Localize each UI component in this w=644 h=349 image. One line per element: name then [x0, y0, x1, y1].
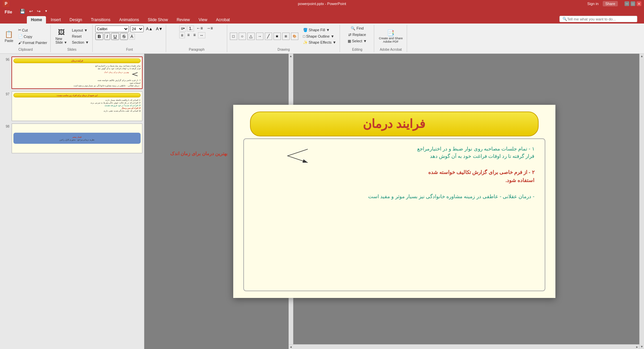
shape-effects-btn[interactable]: ✨ Shape Effects ▼: [302, 40, 338, 45]
slide-97-line2: ۲) افرادی که در یک حالت خوش حالی مفرط به…: [13, 101, 141, 104]
bullet-3: - درمان عقلانی - عاطفی در زمینه مشاوره خ…: [254, 193, 535, 200]
shape-rect[interactable]: □: [230, 33, 237, 40]
strikethrough-btn[interactable]: S: [120, 33, 128, 40]
paragraph-group: ≡• 1. ←≡ →≡ ≡ ≡ ≡ ↔ Paragraph: [167, 25, 227, 52]
canvas-area: ▲ ▼ فرایند درمان ۱ - تمام جلسات مصاحبه ر…: [144, 54, 644, 349]
align-left-btn[interactable]: ≡: [179, 32, 185, 38]
font-size-select[interactable]: 24: [130, 26, 144, 32]
slide-97-line4: ۴) افراد کم سن و سال: [13, 107, 141, 109]
file-tab[interactable]: File: [0, 7, 17, 16]
slides-label: Slides: [67, 47, 76, 51]
slides-group: 🖼 NewSlide ▼ Layout ▼ Reset Section ▼ Sl…: [51, 25, 93, 52]
clipboard-group: 📋 Paste ✂ Cut 📄 Copy 🖌 Format Painter: [1, 25, 51, 52]
font-family-select[interactable]: Calibri: [95, 26, 129, 32]
layout-btn[interactable]: Layout ▼: [70, 28, 90, 33]
drawing-label: Drawing: [278, 47, 290, 51]
font-size-decrease[interactable]: A▼: [155, 26, 164, 32]
font-label: Font: [126, 47, 133, 51]
increase-indent-btn[interactable]: →≡: [205, 26, 214, 32]
maximize-btn[interactable]: □: [631, 1, 635, 6]
select-btn[interactable]: ▦ Select ▼: [346, 38, 368, 44]
slide-97-thumbnail: 97 این شیوه از درمان برای افراد زیر مناس…: [1, 91, 143, 121]
qat-customize[interactable]: ▼: [43, 9, 49, 13]
find-btn[interactable]: 🔍 Find: [349, 26, 365, 31]
slide-97-num: 97: [1, 91, 9, 96]
section-btn[interactable]: Section ▼: [70, 40, 90, 45]
slide-97-title: این شیوه از درمان برای افراد زیر مناسب ن…: [13, 93, 141, 97]
bottom-scroll[interactable]: ◄ ►: [289, 344, 639, 349]
search-input[interactable]: [567, 17, 634, 21]
cut-btn[interactable]: ✂ Cut: [17, 27, 49, 33]
format-painter-btn[interactable]: 🖌 Format Painter: [17, 40, 49, 45]
minimize-btn[interactable]: ─: [625, 1, 629, 6]
slide-98-thumbnail: 98 فصل پنجم نظریه درمانی مراجع - محوری ک…: [1, 123, 143, 154]
slide-97-line5: ۵) کسانی که عقب ماندگی شدید ذهنی دارند.: [13, 110, 141, 112]
ribbon: 📋 Paste ✂ Cut 📄 Copy 🖌 Format Painter: [0, 24, 644, 54]
drawing-group: □ ○ △ → ╱ ★ ⊞ 🎨 🪣 Shape Fill ▼ □ Shape O…: [228, 25, 340, 52]
numbering-btn[interactable]: 1.: [187, 26, 194, 32]
quick-styles-btn[interactable]: 🎨: [291, 33, 298, 40]
qat-save[interactable]: 💾: [18, 8, 27, 14]
qat-undo[interactable]: ↩: [28, 8, 34, 14]
align-center-btn[interactable]: ≡: [186, 32, 191, 38]
copy-btn[interactable]: 📄 Copy: [17, 34, 49, 39]
slide-96-content[interactable]: فرایند درمان تمام جلسات مصاحبه روی نوار …: [11, 56, 143, 89]
title-bar: P powerpoint.pptx - PowerPoint Sign in S…: [0, 0, 644, 7]
slide-98-line1: فصل پنجم: [16, 136, 138, 138]
qat-redo[interactable]: ↪: [36, 8, 42, 14]
tab-transitions[interactable]: Transitions: [87, 16, 114, 24]
font-size-increase[interactable]: A▲: [145, 26, 154, 32]
tab-insert[interactable]: Insert: [47, 16, 65, 24]
underline-btn[interactable]: U: [111, 33, 119, 40]
replace-btn[interactable]: ⇄ Replace: [347, 32, 367, 38]
reset-btn[interactable]: Reset: [70, 34, 90, 39]
editing-label: Editing: [352, 47, 362, 51]
text-direction-btn[interactable]: ↔: [198, 32, 205, 38]
close-btn[interactable]: ✕: [637, 1, 641, 6]
paragraph-label: Paragraph: [189, 47, 205, 51]
font-color-btn[interactable]: A: [129, 34, 135, 40]
font-group: Calibri 24 A▲ A▼ B I U S A Font: [93, 25, 166, 52]
tab-acrobat[interactable]: Acrobat: [212, 16, 234, 24]
right-scroll[interactable]: ▲ ▼: [639, 54, 644, 349]
slide-97-line3: ۳) افرادی که شدیداً در خود فرورفته هستند…: [13, 104, 141, 106]
bullet-2b: استفاده شود.: [254, 177, 535, 183]
signin-btn[interactable]: Sign in: [587, 2, 599, 6]
shape-line[interactable]: ╱: [265, 33, 272, 40]
tab-view[interactable]: View: [195, 16, 211, 24]
tab-review[interactable]: Review: [172, 16, 194, 24]
tab-animations[interactable]: Animations: [115, 16, 143, 24]
slide-96-line4: استفاده شود: [13, 82, 141, 84]
bullet-2: ۲ - از فرم خاصی برای گزارش تکالیف خواسته…: [254, 169, 535, 175]
shape-oval[interactable]: ○: [239, 33, 246, 40]
slide-96-line2: قرار گرفته تا رد اوقات فراغت خود به آن گ…: [13, 67, 141, 70]
paste-btn[interactable]: 📋 Paste: [3, 29, 15, 44]
shape-outline-btn[interactable]: □ Shape Outline ▼: [302, 34, 338, 39]
shape-fill-btn[interactable]: 🪣 Shape Fill ▼: [302, 27, 338, 33]
shape-star[interactable]: ★: [274, 33, 281, 40]
share-btn[interactable]: Share: [603, 1, 618, 6]
italic-btn[interactable]: I: [104, 33, 110, 40]
slide-98-title: [13, 125, 141, 130]
shape-arrow[interactable]: →: [256, 33, 263, 40]
slide-96-line1: تمام جلسات مصاحبه روی نوار ضبط و در اختی…: [13, 64, 141, 67]
decrease-indent-btn[interactable]: ←≡: [195, 26, 204, 32]
bullets-btn[interactable]: ≡•: [179, 26, 186, 32]
slide-title-box[interactable]: فرایند درمان: [250, 112, 539, 136]
shape-triangle[interactable]: △: [247, 33, 255, 40]
acrobat-group: 📑 Create and ShareAdobe PDF Adobe Acroba…: [375, 25, 407, 52]
tab-home[interactable]: Home: [27, 16, 46, 24]
slide-97-content[interactable]: این شیوه از درمان برای افراد زیر مناسب ن…: [11, 91, 143, 121]
align-right-btn[interactable]: ≡: [192, 32, 197, 38]
bold-btn[interactable]: B: [95, 33, 103, 40]
new-slide-btn[interactable]: 🖼 NewSlide ▼: [53, 27, 69, 46]
editing-group: 🔍 Find ⇄ Replace ▦ Select ▼ Editing: [341, 25, 374, 52]
create-pdf-btn[interactable]: 📑 Create and ShareAdobe PDF: [377, 28, 405, 45]
tab-design[interactable]: Design: [65, 16, 86, 24]
tab-slideshow[interactable]: Slide Show: [144, 16, 172, 24]
slide-98-content[interactable]: فصل پنجم نظریه درمانی مراجع - محوری کارل…: [11, 123, 143, 154]
arrange-btn[interactable]: ⊞: [282, 33, 290, 40]
slide-content-box[interactable]: ۱ - تمام جلسات مصاحبه روی نوار ضبط و در …: [243, 138, 545, 291]
quick-access-toolbar: 💾 ↩ ↪ ▼: [0, 7, 644, 15]
slide-98-line2: نظریه درمانی مراجع - محوری کارل راجرز: [16, 138, 138, 141]
